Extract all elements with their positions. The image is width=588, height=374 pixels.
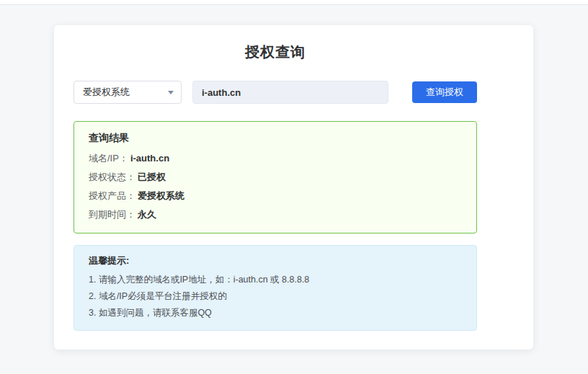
query-card: 授权查询 爱授权系统 查询授权 查询结果 域名/IP：i-auth.cn 授权状… (54, 25, 533, 349)
result-value: 已授权 (138, 172, 166, 182)
product-select-value: 爱授权系统 (83, 86, 130, 99)
result-value: 永久 (138, 209, 156, 220)
card-content: 授权查询 爱授权系统 查询授权 查询结果 域名/IP：i-auth.cn 授权状… (74, 43, 477, 331)
result-row-expiry: 到期时间：永久 (89, 205, 462, 224)
result-row-product: 授权产品：爱授权系统 (89, 187, 462, 205)
domain-input[interactable] (192, 81, 388, 104)
result-row-status: 授权状态：已授权 (89, 168, 462, 187)
result-title: 查询结果 (89, 131, 462, 144)
result-panel: 查询结果 域名/IP：i-auth.cn 授权状态：已授权 授权产品：爱授权系统… (74, 121, 477, 233)
tips-item: 3. 如遇到问题，请联系客服QQ (89, 305, 462, 321)
tips-title: 温馨提示: (89, 254, 462, 267)
product-select[interactable]: 爱授权系统 (74, 81, 182, 104)
result-row-domain: 域名/IP：i-auth.cn (89, 149, 462, 168)
tips-item: 1. 请输入完整的域名或IP地址，如：i-auth.cn 或 8.8.8.8 (89, 272, 462, 288)
result-value: 爱授权系统 (138, 190, 184, 201)
tips-panel: 温馨提示: 1. 请输入完整的域名或IP地址，如：i-auth.cn 或 8.8… (74, 245, 477, 331)
result-label: 授权产品： (89, 190, 135, 201)
page-top-divider (0, 0, 588, 5)
result-label: 域名/IP： (89, 153, 128, 164)
page-title: 授权查询 (74, 43, 477, 62)
result-label: 到期时间： (89, 209, 135, 220)
tips-item: 2. 域名/IP必须是平台注册并授权的 (89, 288, 462, 305)
query-form: 爱授权系统 查询授权 (74, 81, 477, 104)
query-button[interactable]: 查询授权 (412, 81, 477, 103)
result-value: i-auth.cn (130, 153, 169, 164)
result-label: 授权状态： (89, 172, 135, 182)
caret-down-icon (168, 91, 174, 94)
